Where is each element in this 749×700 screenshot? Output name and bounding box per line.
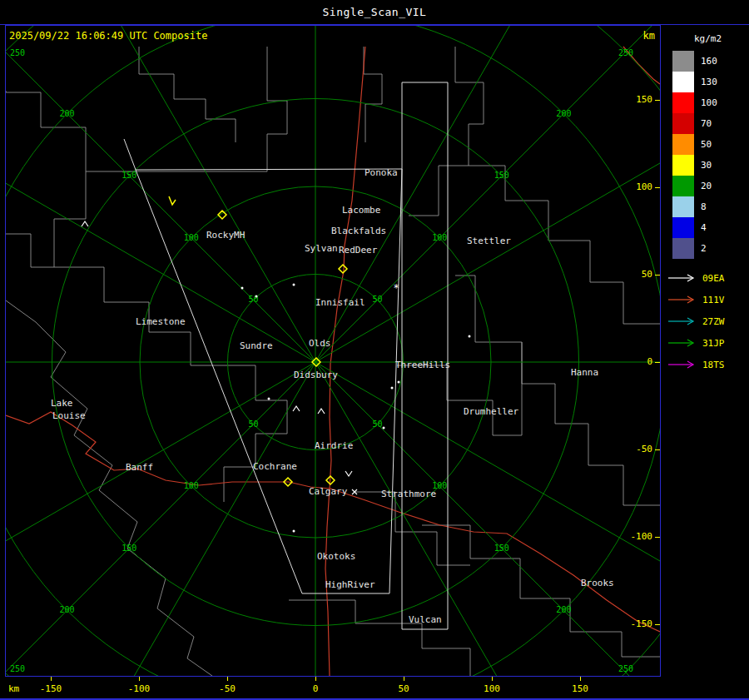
county-boundary bbox=[104, 302, 224, 365]
weather-marker-icon bbox=[469, 335, 471, 338]
county-boundary bbox=[364, 47, 382, 142]
y-tick-label: 50 bbox=[642, 269, 652, 280]
colorbar-swatch bbox=[672, 72, 694, 92]
city-label: Sundre bbox=[240, 340, 273, 351]
city-label: Cochrane bbox=[253, 461, 297, 472]
county-boundary bbox=[289, 600, 470, 676]
range-ring-label: 150 bbox=[494, 544, 509, 553]
x-tick-mark bbox=[139, 677, 140, 681]
colorbar-swatch bbox=[672, 113, 694, 134]
legend-site-id: 27ZW bbox=[702, 316, 725, 327]
x-tick-mark bbox=[315, 677, 316, 681]
azimuth-line bbox=[6, 26, 660, 676]
range-ring-label: 200 bbox=[60, 109, 75, 118]
city-label: RedDeer bbox=[339, 245, 378, 256]
y-tick-mark bbox=[655, 624, 660, 625]
range-ring bbox=[6, 26, 660, 676]
range-ring-label: 250 bbox=[10, 664, 25, 673]
y-tick-mark bbox=[655, 449, 660, 450]
right-panel: kg/m2 16013010070503020842 09EA111V27ZW3… bbox=[661, 25, 749, 700]
city-label: Vulcan bbox=[409, 614, 442, 625]
city-label: Okotoks bbox=[317, 551, 355, 562]
colorbar-entry: 8 bbox=[672, 196, 749, 217]
weather-marker-icon bbox=[398, 381, 400, 384]
city-label: Olds bbox=[309, 338, 331, 349]
legend-arrow-icon bbox=[667, 295, 697, 305]
weather-marker-icon bbox=[391, 387, 394, 390]
range-ring bbox=[6, 26, 660, 676]
y-tick-mark bbox=[655, 537, 660, 538]
colorbar-entry: 70 bbox=[672, 113, 749, 134]
colorbar-swatch bbox=[672, 238, 694, 259]
caret-marker-icon bbox=[293, 406, 300, 411]
city-label: Ponoka bbox=[365, 167, 398, 178]
colorbar-entry: 2 bbox=[672, 238, 749, 259]
colorbar-value: 20 bbox=[701, 181, 712, 191]
city-label: ThreeHills bbox=[395, 360, 450, 370]
county-boundary bbox=[6, 300, 212, 676]
county-boundary bbox=[6, 234, 54, 267]
colorbar-entry: 30 bbox=[672, 155, 749, 176]
city-label: Banff bbox=[126, 462, 153, 473]
y-tick-label: 100 bbox=[636, 181, 652, 192]
city-label: Louise bbox=[52, 410, 86, 421]
weather-marker-icon bbox=[268, 398, 270, 400]
x-tick-mark bbox=[227, 677, 228, 681]
county-boundary bbox=[422, 525, 660, 657]
county-boundary bbox=[267, 47, 287, 171]
colorbar-value: 160 bbox=[701, 56, 717, 67]
legend-arrow-icon bbox=[667, 360, 697, 370]
city-label: HighRiver bbox=[325, 579, 375, 590]
weather-marker-icon bbox=[383, 427, 385, 429]
map-svg[interactable]: 5050505010010010010015015015015020020020… bbox=[6, 26, 660, 676]
y-tick-mark bbox=[655, 362, 660, 363]
range-ring-label: 200 bbox=[556, 605, 571, 614]
y-axis-unit-label: km bbox=[643, 30, 655, 42]
azimuth-line bbox=[6, 26, 660, 676]
city-label: Lake bbox=[51, 398, 73, 409]
legend-site-id: 31JP bbox=[702, 338, 725, 349]
county-boundary bbox=[409, 166, 469, 216]
x-tick-mark bbox=[404, 677, 404, 681]
window-title: Single_Scan_VIL bbox=[323, 6, 427, 18]
city-label: Brooks bbox=[581, 578, 614, 588]
legend-site-id: 09EA bbox=[702, 273, 725, 284]
azimuth-line bbox=[6, 26, 660, 676]
legend-row: 31JP bbox=[667, 332, 749, 354]
range-ring-label: 250 bbox=[10, 48, 25, 57]
county-boundary bbox=[139, 47, 236, 142]
range-ring-label: 200 bbox=[556, 109, 571, 118]
legend-arrow-icon bbox=[667, 338, 697, 348]
legend-arrow-icon bbox=[667, 316, 697, 326]
range-ring-label: 50 bbox=[248, 420, 258, 429]
city-label: Strathmore bbox=[381, 489, 436, 499]
y-tick-label: -150 bbox=[631, 618, 653, 629]
range-ring-label: 150 bbox=[494, 171, 509, 180]
azimuth-line bbox=[6, 26, 660, 676]
range-ring-label: 50 bbox=[373, 420, 383, 429]
x-axis-unit-label: km bbox=[8, 683, 19, 694]
plot-area: 5050505010010010010015015015015020020020… bbox=[5, 25, 661, 677]
colorbar-entry: 50 bbox=[672, 134, 749, 155]
legend-row: 111V bbox=[667, 289, 749, 310]
range-ring-label: 150 bbox=[122, 544, 136, 553]
colorbar-value: 100 bbox=[701, 97, 717, 108]
timestamp: 2025/09/22 16:06:49 UTC Composite bbox=[9, 30, 207, 42]
colorbar: 16013010070503020842 bbox=[672, 51, 749, 259]
coverage-outline-segment bbox=[124, 139, 136, 170]
city-label: Calgary bbox=[309, 486, 348, 497]
azimuth-line bbox=[6, 26, 660, 676]
city-label: RockyMH bbox=[206, 230, 245, 241]
y-tick-mark bbox=[655, 100, 660, 101]
x-tick-label: -100 bbox=[128, 683, 151, 694]
city-label: Blackfalds bbox=[331, 226, 386, 236]
y-tick-label: -100 bbox=[631, 531, 653, 542]
vee-marker-icon bbox=[345, 471, 352, 476]
site-marker-icon bbox=[339, 265, 347, 273]
coverage-outline bbox=[402, 82, 448, 629]
range-ring-label: 150 bbox=[122, 171, 136, 180]
legend-row: 09EA bbox=[667, 267, 749, 289]
legend-arrow-icon bbox=[667, 273, 697, 283]
x-tick-label: 100 bbox=[484, 683, 500, 694]
city-label: Hanna bbox=[571, 367, 598, 378]
